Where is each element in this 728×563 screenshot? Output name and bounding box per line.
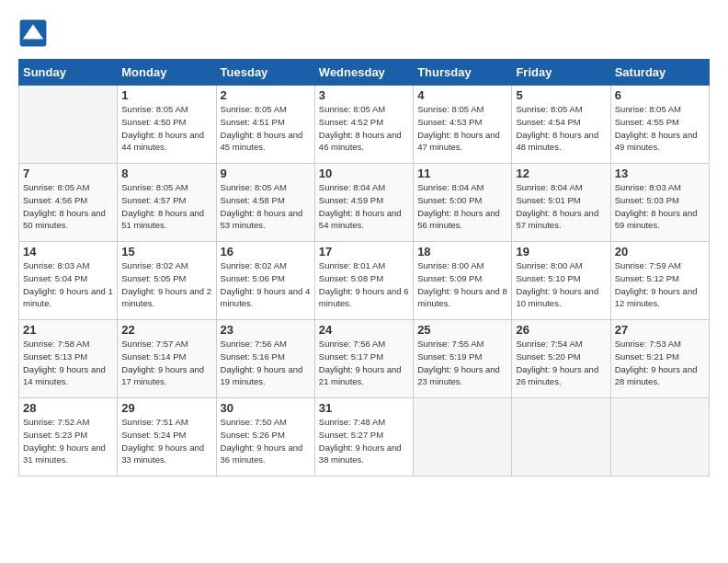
- day-info: Sunrise: 8:00 AMSunset: 5:09 PMDaylight:…: [417, 259, 507, 310]
- day-info: Sunrise: 7:55 AMSunset: 5:19 PMDaylight:…: [417, 338, 507, 388]
- week-row-2: 7Sunrise: 8:05 AMSunset: 4:56 PMDaylight…: [19, 164, 710, 242]
- header-day-monday: Monday: [118, 60, 216, 86]
- logo-icon: [18, 18, 48, 48]
- day-number: 20: [615, 245, 705, 259]
- day-number: 8: [121, 167, 211, 180]
- calendar-cell: [19, 86, 118, 164]
- day-info: Sunrise: 8:04 AMSunset: 4:59 PMDaylight:…: [319, 181, 409, 232]
- calendar-cell: 13Sunrise: 8:03 AMSunset: 5:03 PMDayligh…: [610, 164, 709, 242]
- day-info: Sunrise: 8:03 AMSunset: 5:03 PMDaylight:…: [615, 181, 705, 232]
- header-day-friday: Friday: [512, 60, 610, 86]
- calendar-cell: 23Sunrise: 7:56 AMSunset: 5:16 PMDayligh…: [216, 320, 314, 398]
- week-row-1: 1Sunrise: 8:05 AMSunset: 4:50 PMDaylight…: [19, 86, 710, 164]
- day-info: Sunrise: 7:58 AMSunset: 5:13 PMDaylight:…: [23, 338, 113, 388]
- calendar-cell: 4Sunrise: 8:05 AMSunset: 4:53 PMDaylight…: [414, 86, 512, 164]
- day-number: 2: [221, 88, 311, 102]
- calendar-cell: 29Sunrise: 7:51 AMSunset: 5:24 PMDayligh…: [118, 398, 216, 477]
- day-number: 28: [23, 401, 113, 415]
- day-info: Sunrise: 8:02 AMSunset: 5:06 PMDaylight:…: [221, 259, 311, 310]
- day-info: Sunrise: 7:50 AMSunset: 5:26 PMDaylight:…: [221, 416, 311, 466]
- day-info: Sunrise: 8:05 AMSunset: 4:54 PMDaylight:…: [516, 103, 606, 154]
- calendar-cell: 3Sunrise: 8:05 AMSunset: 4:52 PMDaylight…: [314, 86, 413, 164]
- header-day-saturday: Saturday: [610, 60, 709, 86]
- logo: [18, 18, 51, 48]
- day-info: Sunrise: 8:05 AMSunset: 4:51 PMDaylight:…: [221, 103, 311, 154]
- day-info: Sunrise: 8:05 AMSunset: 4:56 PMDaylight:…: [23, 181, 113, 232]
- calendar-cell: [414, 398, 512, 477]
- day-number: 9: [221, 167, 311, 180]
- day-number: 1: [121, 88, 211, 102]
- calendar-cell: 5Sunrise: 8:05 AMSunset: 4:54 PMDaylight…: [512, 86, 610, 164]
- day-info: Sunrise: 7:56 AMSunset: 5:16 PMDaylight:…: [221, 338, 311, 388]
- day-info: Sunrise: 8:04 AMSunset: 5:00 PMDaylight:…: [417, 181, 507, 232]
- calendar-cell: 12Sunrise: 8:04 AMSunset: 5:01 PMDayligh…: [512, 164, 610, 242]
- day-info: Sunrise: 7:53 AMSunset: 5:21 PMDaylight:…: [615, 338, 705, 388]
- calendar-cell: 8Sunrise: 8:05 AMSunset: 4:57 PMDaylight…: [118, 164, 216, 242]
- calendar-cell: [512, 398, 610, 477]
- day-number: 21: [23, 323, 113, 337]
- day-info: Sunrise: 8:05 AMSunset: 4:50 PMDaylight:…: [121, 103, 211, 154]
- calendar-cell: 31Sunrise: 7:48 AMSunset: 5:27 PMDayligh…: [314, 398, 413, 477]
- day-info: Sunrise: 8:02 AMSunset: 5:05 PMDaylight:…: [121, 259, 211, 310]
- week-row-3: 14Sunrise: 8:03 AMSunset: 5:04 PMDayligh…: [19, 242, 710, 320]
- day-number: 31: [319, 401, 409, 415]
- calendar-cell: 24Sunrise: 7:56 AMSunset: 5:17 PMDayligh…: [314, 320, 413, 398]
- header-day-wednesday: Wednesday: [314, 60, 413, 86]
- header-day-thursday: Thursday: [414, 60, 512, 86]
- day-number: 25: [417, 323, 507, 337]
- day-number: 6: [615, 88, 705, 102]
- day-info: Sunrise: 7:59 AMSunset: 5:12 PMDaylight:…: [615, 259, 705, 310]
- calendar-cell: 15Sunrise: 8:02 AMSunset: 5:05 PMDayligh…: [118, 242, 216, 320]
- day-info: Sunrise: 8:05 AMSunset: 4:57 PMDaylight:…: [121, 181, 211, 232]
- day-number: 23: [221, 323, 311, 337]
- calendar-cell: 27Sunrise: 7:53 AMSunset: 5:21 PMDayligh…: [610, 320, 709, 398]
- day-number: 18: [417, 245, 507, 259]
- day-number: 17: [319, 245, 409, 259]
- calendar-cell: [610, 398, 709, 477]
- week-row-5: 28Sunrise: 7:52 AMSunset: 5:23 PMDayligh…: [19, 398, 710, 477]
- calendar-cell: 18Sunrise: 8:00 AMSunset: 5:09 PMDayligh…: [414, 242, 512, 320]
- day-number: 29: [121, 401, 211, 415]
- calendar-cell: 21Sunrise: 7:58 AMSunset: 5:13 PMDayligh…: [19, 320, 118, 398]
- day-number: 24: [319, 323, 409, 337]
- calendar-cell: 6Sunrise: 8:05 AMSunset: 4:55 PMDaylight…: [610, 86, 709, 164]
- header: [18, 18, 710, 48]
- calendar-cell: 2Sunrise: 8:05 AMSunset: 4:51 PMDaylight…: [216, 86, 314, 164]
- calendar-cell: 17Sunrise: 8:01 AMSunset: 5:08 PMDayligh…: [314, 242, 413, 320]
- calendar-cell: 19Sunrise: 8:00 AMSunset: 5:10 PMDayligh…: [512, 242, 610, 320]
- day-number: 5: [516, 88, 606, 102]
- day-number: 27: [615, 323, 705, 337]
- day-info: Sunrise: 8:00 AMSunset: 5:10 PMDaylight:…: [516, 259, 606, 310]
- day-info: Sunrise: 8:03 AMSunset: 5:04 PMDaylight:…: [23, 259, 113, 310]
- day-number: 22: [121, 323, 211, 337]
- day-info: Sunrise: 7:56 AMSunset: 5:17 PMDaylight:…: [319, 338, 409, 388]
- calendar-table: SundayMondayTuesdayWednesdayThursdayFrid…: [18, 59, 710, 477]
- calendar-cell: 11Sunrise: 8:04 AMSunset: 5:00 PMDayligh…: [414, 164, 512, 242]
- calendar-cell: 28Sunrise: 7:52 AMSunset: 5:23 PMDayligh…: [19, 398, 118, 477]
- calendar-cell: 7Sunrise: 8:05 AMSunset: 4:56 PMDaylight…: [19, 164, 118, 242]
- day-info: Sunrise: 7:51 AMSunset: 5:24 PMDaylight:…: [121, 416, 211, 466]
- day-number: 12: [516, 167, 606, 180]
- day-number: 26: [516, 323, 606, 337]
- day-number: 11: [417, 167, 507, 180]
- day-number: 14: [23, 245, 113, 259]
- day-number: 7: [23, 167, 113, 180]
- day-info: Sunrise: 8:05 AMSunset: 4:53 PMDaylight:…: [417, 103, 507, 154]
- calendar-cell: 10Sunrise: 8:04 AMSunset: 4:59 PMDayligh…: [314, 164, 413, 242]
- header-day-sunday: Sunday: [19, 60, 118, 86]
- main-container: SundayMondayTuesdayWednesdayThursdayFrid…: [0, 0, 728, 563]
- day-number: 10: [319, 167, 409, 180]
- day-number: 15: [121, 245, 211, 259]
- calendar-cell: 26Sunrise: 7:54 AMSunset: 5:20 PMDayligh…: [512, 320, 610, 398]
- day-number: 30: [221, 401, 311, 415]
- calendar-cell: 9Sunrise: 8:05 AMSunset: 4:58 PMDaylight…: [216, 164, 314, 242]
- calendar-cell: 22Sunrise: 7:57 AMSunset: 5:14 PMDayligh…: [118, 320, 216, 398]
- calendar-cell: 1Sunrise: 8:05 AMSunset: 4:50 PMDaylight…: [118, 86, 216, 164]
- calendar-cell: 16Sunrise: 8:02 AMSunset: 5:06 PMDayligh…: [216, 242, 314, 320]
- day-info: Sunrise: 7:48 AMSunset: 5:27 PMDaylight:…: [319, 416, 409, 466]
- calendar-cell: 30Sunrise: 7:50 AMSunset: 5:26 PMDayligh…: [216, 398, 314, 477]
- header-day-tuesday: Tuesday: [216, 60, 314, 86]
- day-number: 13: [615, 167, 705, 180]
- day-info: Sunrise: 8:05 AMSunset: 4:58 PMDaylight:…: [221, 181, 311, 232]
- day-info: Sunrise: 7:54 AMSunset: 5:20 PMDaylight:…: [516, 338, 606, 388]
